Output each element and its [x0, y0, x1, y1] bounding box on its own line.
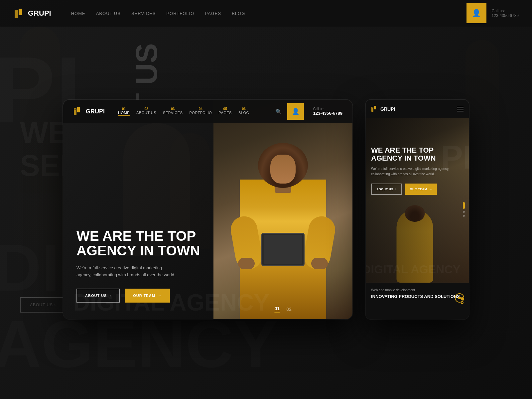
hero-person-container: [226, 126, 339, 319]
main-content: GRUPI 01 HOME 02 ABOUT US 03 SERVICES 04…: [0, 0, 532, 399]
call-us-label: Call us:: [313, 107, 342, 111]
slide-indicators: 01 02: [275, 306, 292, 313]
slide-2-indicator[interactable]: 02: [286, 307, 292, 312]
phone-service-label: Web and mobile development: [371, 288, 464, 292]
scroll-dot-3: [463, 215, 465, 217]
phone-scroll-dots: [463, 202, 465, 217]
nav-num-4: 04: [199, 107, 202, 111]
phone-about-arrow: ›: [395, 188, 397, 191]
tablet-nav-portfolio[interactable]: 04 PORTFOLIO: [189, 107, 212, 116]
hero-head: [266, 150, 300, 186]
nav-num-5: 05: [223, 107, 227, 111]
slide-1-indicator[interactable]: 01: [275, 306, 280, 313]
about-arrow-icon: ›: [109, 294, 111, 298]
phone-hero-content: WE ARE THE TOP AGENCY IN TOWN We're a fu…: [371, 146, 464, 195]
nav-num-3: 03: [171, 107, 175, 111]
phone-hero-buttons: ABOUT US › OUR TEAM →: [371, 184, 464, 195]
hero-tablet-device: [261, 233, 305, 266]
phone-mockup: GRUPI PI: [366, 100, 469, 319]
hamburger-menu[interactable]: [457, 107, 464, 111]
nav-num-6: 06: [242, 107, 246, 111]
nav-num-1: 01: [122, 107, 126, 111]
tablet-logo-icon: [73, 106, 83, 116]
tablet-nav-services[interactable]: 03 SERVICES: [163, 107, 183, 116]
hamburger-line-3: [457, 111, 464, 111]
tablet-navbar: GRUPI 01 HOME 02 ABOUT US 03 SERVICES 04…: [63, 100, 352, 123]
phone-hero-title: WE ARE THE TOP AGENCY IN TOWN: [371, 146, 464, 162]
nav-label-portfolio: PORTFOLIO: [189, 111, 212, 115]
tablet-hero-title: WE ARE THE TOP AGENCY IN TOWN: [76, 229, 200, 258]
tablet-nav-links: 01 HOME 02 ABOUT US 03 SERVICES 04 PORTF…: [118, 107, 249, 116]
tablet-nav-right: 🔍 👤 Call us: 123-4356-6789: [275, 103, 342, 120]
phone-number: 123-4356-6789: [313, 111, 342, 116]
phone-about-us-button[interactable]: ABOUT US ›: [371, 184, 402, 195]
scroll-circle-inner: [458, 297, 461, 299]
tablet-mockup: GRUPI 01 HOME 02 ABOUT US 03 SERVICES 04…: [63, 100, 352, 319]
tablet-hero-right: 01 02: [213, 100, 352, 319]
svg-rect-7: [374, 106, 376, 109]
tablet-cta-button[interactable]: 👤: [287, 103, 304, 120]
team-arrow-icon: →: [158, 294, 162, 298]
hamburger-line-2: [457, 109, 464, 109]
hero-hand-right: [311, 258, 328, 269]
nav-num-2: 02: [144, 107, 148, 111]
search-icon[interactable]: 🔍: [275, 108, 282, 115]
phone-service-area: Web and mobile development INNOVATING PR…: [366, 283, 469, 319]
tablet-hero: PI WE AGE WE ARE THE TOP AGENCY IN TOWN …: [63, 100, 352, 319]
tablet-logo-text: GRUPI: [86, 108, 105, 115]
scroll-dot-2: [463, 211, 465, 213]
nav-label-home: HOME: [118, 111, 130, 116]
tablet-hero-subtitle: We're a full-service creative digital ma…: [76, 265, 176, 279]
tablet-nav-home[interactable]: 01 HOME: [118, 107, 130, 116]
hero-hand-left: [238, 258, 255, 269]
tablet-logo[interactable]: GRUPI: [73, 106, 105, 116]
phone-logo-icon: [371, 105, 378, 113]
hamburger-line-1: [457, 107, 464, 107]
hero-tablet-screen: [264, 235, 302, 264]
phone-team-arrow: →: [429, 188, 433, 191]
nav-label-about: ABOUT US: [136, 111, 156, 115]
about-us-button[interactable]: ABOUT US ›: [76, 289, 120, 303]
nav-label-pages: PAGES: [218, 111, 232, 115]
phone-service-title: INNOVATING PRODUCTS AND SOLUTIONS: [371, 294, 464, 299]
scroll-circle[interactable]: [455, 293, 464, 303]
scroll-dot-1: [463, 202, 465, 209]
tablet-hero-left: PI WE AGE WE ARE THE TOP AGENCY IN TOWN …: [63, 100, 213, 319]
phone-logo: GRUPI: [371, 105, 395, 113]
phone-hero-image-area: PI: [366, 118, 469, 283]
nav-label-blog: BLOG: [238, 111, 249, 115]
phone-our-team-button[interactable]: OUR TEAM →: [405, 184, 437, 195]
our-team-button[interactable]: OUR TEAM →: [125, 289, 170, 303]
hero-face: [270, 155, 296, 184]
svg-rect-4: [77, 107, 80, 112]
tablet-hero-buttons: ABOUT US › OUR TEAM →: [76, 289, 200, 303]
phone-gradient-overlay: [366, 118, 469, 283]
svg-rect-8: [372, 107, 373, 108]
tablet-phone-info: Call us: 123-4356-6789: [313, 107, 342, 116]
phone-navbar: GRUPI: [366, 100, 469, 118]
nav-label-services: SERVICES: [163, 111, 183, 115]
tablet-nav-pages[interactable]: 05 PAGES: [218, 107, 232, 116]
svg-rect-5: [74, 109, 76, 110]
tablet-nav-blog[interactable]: 06 BLOG: [238, 107, 249, 116]
phone-logo-text: GRUPI: [380, 106, 395, 112]
phone-hero-subtitle: We're a full-service creative digital ma…: [371, 166, 464, 177]
tablet-nav-about[interactable]: 02 ABOUT US: [136, 107, 156, 116]
